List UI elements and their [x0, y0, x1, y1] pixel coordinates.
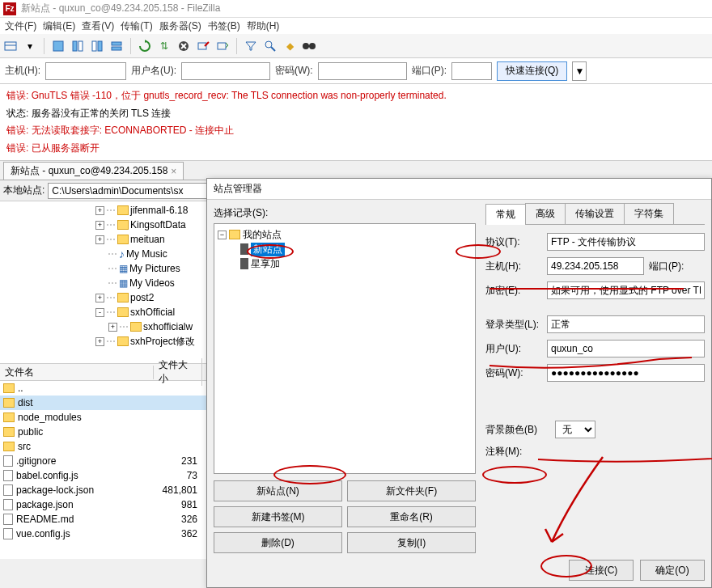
- toggle-local-icon[interactable]: [70, 39, 85, 53]
- col-filename[interactable]: 文件名: [0, 366, 154, 379]
- tree-node[interactable]: -⋯sxhOfficial: [2, 305, 224, 319]
- tree-node[interactable]: +⋯post2: [2, 290, 224, 305]
- host-input[interactable]: [547, 257, 644, 275]
- tree-label: post2: [130, 292, 154, 303]
- toggle-queue-icon[interactable]: [109, 39, 124, 53]
- svg-rect-14: [218, 43, 226, 49]
- qc-pass-input[interactable]: [318, 62, 407, 80]
- tab-general[interactable]: 常规: [485, 204, 526, 225]
- disconnect-icon[interactable]: [196, 39, 210, 53]
- col-filesize[interactable]: 文件大小: [154, 358, 202, 386]
- reconnect-icon[interactable]: [215, 39, 230, 53]
- protocol-select[interactable]: [547, 233, 705, 251]
- find-icon[interactable]: [302, 39, 316, 53]
- tab-transfer[interactable]: 传输设置: [565, 203, 625, 224]
- expander-icon[interactable]: +: [95, 206, 104, 215]
- tab-charset[interactable]: 字符集: [624, 203, 674, 224]
- menu-edit[interactable]: 编辑(E): [43, 19, 75, 33]
- expander-icon[interactable]: +: [95, 337, 104, 346]
- tree-label: My Pictures: [129, 263, 180, 274]
- tree-node[interactable]: ⋯▦My Videos: [2, 276, 224, 290]
- folder-icon: [3, 383, 15, 393]
- site-tree-root[interactable]: − 我的站点: [218, 227, 472, 242]
- picture-icon: ▦: [119, 277, 128, 289]
- user-input[interactable]: [547, 340, 705, 357]
- file-name: src: [18, 441, 31, 452]
- menu-bookmarks[interactable]: 书签(B): [208, 19, 240, 33]
- connect-button[interactable]: 连接(C): [569, 560, 634, 581]
- sync-browse-icon[interactable]: ◆: [282, 39, 297, 53]
- menu-view[interactable]: 查看(V): [82, 19, 114, 33]
- connection-tab[interactable]: 新站点 - quxun_co@49.234.205.158 ×: [3, 162, 184, 180]
- tree-node[interactable]: ⋯▦My Pictures: [2, 261, 224, 276]
- tree-node[interactable]: +⋯meituan: [2, 232, 224, 247]
- toggle-remote-icon[interactable]: [90, 39, 104, 53]
- menu-help[interactable]: 帮助(H): [247, 19, 280, 33]
- tree-node[interactable]: +⋯KingsoftData: [2, 218, 224, 232]
- newbookmark-button[interactable]: 新建书签(M): [214, 506, 342, 527]
- site-tree[interactable]: − 我的站点 新站点星享加: [214, 223, 476, 474]
- rename-button[interactable]: 重命名(R): [347, 506, 476, 527]
- root-label: 我的站点: [243, 228, 282, 242]
- quickconnect-dropdown[interactable]: ▼: [572, 61, 587, 81]
- local-tree[interactable]: +⋯jifenmall-6.18+⋯KingsoftData+⋯meituan⋯…: [0, 201, 227, 363]
- window-title: 新站点 - quxun_co@49.234.205.158 - FileZill…: [21, 2, 220, 15]
- log-line: 状态: 服务器没有正常的关闭 TLS 连接: [6, 105, 706, 123]
- file-size: 981: [154, 499, 202, 510]
- toggle-log-icon[interactable]: [51, 39, 66, 53]
- filter-icon[interactable]: [244, 39, 258, 53]
- qc-host-input[interactable]: [45, 62, 126, 80]
- titlebar: Fz 新站点 - quxun_co@49.234.205.158 - FileZ…: [0, 0, 712, 18]
- cancel-icon[interactable]: [176, 39, 191, 53]
- expander-icon[interactable]: +: [95, 294, 104, 302]
- encryption-select[interactable]: [547, 281, 705, 299]
- file-icon: [3, 470, 13, 481]
- file-name: .gitignore: [16, 455, 56, 467]
- port-label: 端口(P):: [649, 260, 684, 273]
- expander-icon[interactable]: +: [95, 221, 104, 230]
- qc-port-input[interactable]: [451, 62, 492, 80]
- menu-server[interactable]: 服务器(S): [159, 19, 201, 33]
- log-line: 错误: GnuTLS 错误 -110，位于 gnutls_record_recv…: [6, 87, 706, 105]
- compare-icon[interactable]: [263, 39, 278, 53]
- svg-rect-3: [73, 41, 77, 51]
- delete-button[interactable]: 删除(D): [214, 532, 342, 553]
- site-entry[interactable]: 星享加: [218, 256, 472, 271]
- newfolder-button[interactable]: 新文件夹(F): [347, 480, 476, 501]
- expander-icon[interactable]: -: [95, 308, 104, 317]
- file-icon: [3, 499, 13, 510]
- site-manager-button[interactable]: [3, 39, 18, 53]
- tree-label: sxhOfficial: [130, 307, 175, 318]
- close-icon[interactable]: ×: [171, 166, 176, 177]
- tree-label: My Videos: [129, 277, 175, 289]
- bgcolor-select[interactable]: 无: [555, 421, 595, 438]
- site-entry[interactable]: 新站点: [218, 242, 472, 256]
- menu-transfer[interactable]: 传输(T): [121, 19, 152, 33]
- tree-label: sxhProject修改: [130, 335, 195, 349]
- expander-icon[interactable]: −: [218, 231, 227, 239]
- menu-file[interactable]: 文件(F): [5, 19, 36, 33]
- folder-icon: [3, 427, 15, 437]
- tree-node[interactable]: +⋯jifenmall-6.18: [2, 203, 224, 218]
- newsite-button[interactable]: 新站点(N): [214, 480, 342, 501]
- file-size: 362: [154, 528, 202, 539]
- ok-button[interactable]: 确定(O): [640, 560, 705, 581]
- tree-node[interactable]: +⋯sxhofficialw: [2, 319, 224, 334]
- quickconnect-button[interactable]: 快速连接(Q): [497, 61, 567, 81]
- process-queue-icon[interactable]: ⇅: [157, 39, 172, 53]
- folder-icon: [3, 442, 15, 451]
- qc-user-input[interactable]: [181, 62, 270, 80]
- expander-icon[interactable]: +: [95, 235, 104, 244]
- tree-node[interactable]: ⋯♪My Music: [2, 247, 224, 261]
- file-name: public: [18, 426, 43, 438]
- toolbar-dropdown-icon[interactable]: ▾: [23, 39, 37, 53]
- tree-node[interactable]: +⋯sxhProject修改: [2, 334, 224, 349]
- expander-icon[interactable]: +: [108, 323, 117, 332]
- refresh-icon[interactable]: [138, 39, 152, 53]
- file-name: README.md: [16, 514, 74, 525]
- duplicate-button[interactable]: 复制(I): [347, 532, 476, 553]
- tab-advanced[interactable]: 高级: [525, 203, 566, 224]
- server-icon: [240, 243, 248, 255]
- password-input[interactable]: [547, 364, 705, 382]
- logontype-select[interactable]: [547, 315, 705, 333]
